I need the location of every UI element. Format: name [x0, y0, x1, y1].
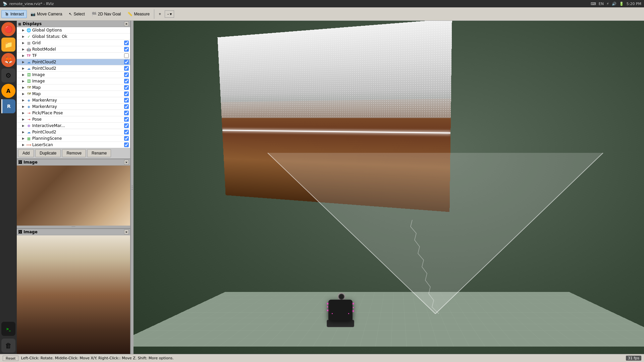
icon-laserscan: ⟿ [26, 142, 32, 147]
laser-dot-8 [348, 313, 349, 314]
checkbox-interactive[interactable] [124, 123, 129, 128]
status-text: Left-Click: Rotate. Middle-Click: Move X… [21, 356, 623, 360]
arrow-markerarray-1: ▶ [22, 99, 26, 102]
displays-close-button[interactable]: ✕ [124, 21, 129, 26]
dock-firefox[interactable]: 🦊 [1, 53, 15, 67]
arrow-pointcloud2-1: ▶ [22, 60, 26, 64]
arrow-pointcloud2-3: ▶ [22, 130, 26, 134]
dock-rviz[interactable]: R [1, 99, 15, 113]
image-panel-2-close[interactable]: ✕ [124, 230, 129, 234]
toolbar: 🖱 Interact 📷 Move Camera ↖ Select 🏁 2D N… [0, 7, 644, 21]
checkbox-map-2[interactable] [124, 92, 129, 96]
image-panel-1-close[interactable]: ✕ [124, 160, 129, 165]
dock-trash[interactable]: 🗑 [1, 339, 15, 353]
arrow-pickplace: ▶ [22, 111, 26, 115]
laser-dot-4 [353, 303, 354, 304]
wall-cloud [217, 21, 452, 118]
camera-icon: 📷 [31, 12, 36, 16]
reset-button[interactable]: Reset [3, 356, 18, 361]
checkbox-markerarray-2[interactable] [124, 104, 129, 109]
tree-item-markerarray-2[interactable]: ▶ ◈ MarkerArray [17, 104, 130, 110]
checkbox-pointcloud2-3[interactable] [124, 130, 129, 134]
rename-display-button[interactable]: Rename [87, 149, 111, 157]
checkbox-pointcloud2-1[interactable] [124, 60, 129, 64]
tree-item-pickplace[interactable]: ▶ → Pick/Place Pose [17, 110, 130, 116]
tree-item-grid[interactable]: ▶ ▦ Grid [17, 40, 130, 46]
label-global-status: Global Status: Ok [32, 34, 130, 39]
arrow-interactive: ▶ [22, 124, 26, 127]
tree-item-global-options[interactable]: ▶ 🌐 Global Options [17, 27, 130, 34]
label-pose: Pose [32, 117, 124, 122]
tree-item-global-status[interactable]: ▶ ✓ Global Status: Ok [17, 34, 130, 40]
arrow-tf: ▶ [22, 54, 26, 57]
checkbox-pose[interactable] [124, 117, 129, 122]
add-tool-button[interactable]: + [156, 10, 164, 18]
dock-settings[interactable]: ⚙ [1, 68, 15, 82]
checkbox-pointcloud2-2[interactable] [124, 66, 129, 71]
3d-viewport[interactable] [133, 21, 644, 354]
checkbox-robotmodel[interactable] [124, 47, 129, 52]
tree-item-image-2[interactable]: ▶ 🖼 Image [17, 78, 130, 84]
tree-item-pointcloud2-1[interactable]: ▶ ☁ PointCloud2 [17, 59, 130, 65]
duplicate-display-button[interactable]: Duplicate [35, 149, 61, 157]
vertical-resize-handle[interactable]: ··· [17, 226, 130, 228]
display-buttons: Add Duplicate Remove Rename [17, 148, 130, 159]
checkbox-grid[interactable] [124, 41, 129, 45]
laser-dot-1 [327, 303, 328, 304]
svg-rect-1 [217, 21, 452, 118]
dock-files[interactable]: 📁 [1, 38, 15, 52]
tree-item-image-1[interactable]: ▶ 🖼 Image [17, 72, 130, 78]
dock-terminal[interactable]: >_ [1, 322, 15, 336]
checkbox-image-2[interactable] [124, 79, 129, 83]
interact-button[interactable]: 🖱 Interact [1, 10, 27, 18]
tree-item-laserscan[interactable]: ▶ ⟿ LaserScan [17, 142, 130, 148]
dock-amazon[interactable]: A [1, 84, 15, 98]
label-map-1: Map [32, 85, 124, 90]
measure-icon: 📏 [127, 12, 132, 16]
tree-item-map-1[interactable]: ▶ 🗺 Map [17, 84, 130, 91]
label-grid: Grid [32, 41, 124, 45]
keyboard-icon: ⌨ [591, 2, 596, 6]
horizontal-resize-handle[interactable] [131, 21, 133, 354]
checkbox-laserscan[interactable] [124, 142, 129, 147]
tree-item-tf[interactable]: ▶ TF TF [17, 53, 130, 59]
measure-button[interactable]: 📏 Measure [124, 10, 153, 18]
arrow-pose: ▶ [22, 118, 26, 121]
label-laserscan: LaserScan [32, 142, 124, 147]
tree-item-map-2[interactable]: ▶ 🗺 Map [17, 91, 130, 97]
tool-dropdown[interactable]: – ▾ [165, 10, 174, 18]
image-panel-1-label: Image [23, 160, 38, 165]
checkbox-markerarray-1[interactable] [124, 98, 129, 103]
select-button[interactable]: ↖ Select [66, 10, 88, 18]
icon-image-1: 🖼 [26, 72, 32, 77]
label-markerarray-1: MarkerArray [32, 98, 124, 103]
move-camera-button[interactable]: 📷 Move Camera [28, 10, 65, 18]
image-2-view [17, 235, 130, 354]
label-robotmodel: RobotModel [32, 47, 124, 52]
tree-item-planning[interactable]: ▶ ▦ PlanningScene [17, 135, 130, 142]
laser-dot-3 [327, 310, 328, 311]
remove-display-button[interactable]: Remove [62, 149, 86, 157]
label-markerarray-2: MarkerArray [32, 104, 124, 109]
icon-tf: TF [26, 53, 32, 58]
robot-base [327, 320, 354, 327]
tree-item-robotmodel[interactable]: ▶ 🤖 RobotModel [17, 46, 130, 53]
checkbox-pickplace[interactable] [124, 111, 129, 115]
checkbox-planning[interactable] [124, 136, 129, 141]
tree-item-pose[interactable]: ▶ → Pose [17, 116, 130, 123]
dock-ubuntu[interactable]: 🔴 [1, 22, 15, 36]
tree-item-interactive[interactable]: ▶ ⊕ InteractiveMar... [17, 123, 130, 129]
tree-item-pointcloud2-3[interactable]: ▶ ☁ PointCloud2 [17, 129, 130, 135]
nav-goal-button[interactable]: 🏁 2D Nav Goal [89, 10, 124, 18]
tree-item-markerarray-1[interactable]: ▶ ◈ MarkerArray [17, 97, 130, 104]
checkbox-map-1[interactable] [124, 85, 129, 90]
checkbox-image-1[interactable] [124, 72, 129, 77]
laser-dot-2 [327, 306, 328, 307]
svg-line-4 [435, 153, 603, 314]
pointcloud-wall [217, 21, 452, 212]
tree-item-pointcloud2-2[interactable]: ▶ ☁ PointCloud2 [17, 65, 130, 72]
checkbox-tf[interactable] [124, 53, 129, 58]
add-display-button[interactable]: Add [18, 149, 34, 157]
label-pointcloud2-2: PointCloud2 [32, 66, 124, 71]
icon-pickplace: → [26, 110, 32, 116]
